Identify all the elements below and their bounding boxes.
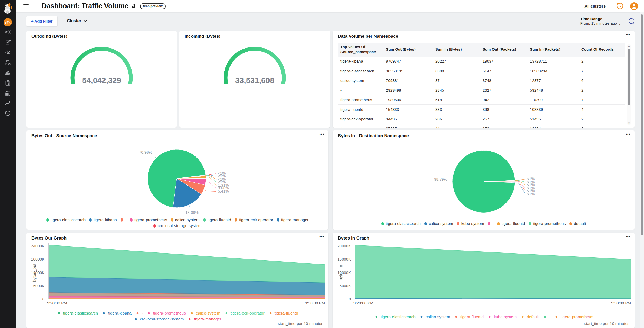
legend-item[interactable]: calico-system (424, 221, 453, 226)
legend-marker-icon (134, 318, 138, 320)
chart-label: 5.41% (218, 189, 229, 193)
panel-menu-button[interactable]: ••• (626, 32, 630, 37)
legend-item[interactable]: calico-system (189, 311, 220, 316)
sidebar-nav (0, 17, 16, 118)
history-icon (616, 2, 624, 10)
trending-icon (5, 100, 11, 106)
sidebar-item-network[interactable] (0, 58, 16, 68)
legend-item[interactable]: crc-local-storage-system (153, 223, 202, 228)
legend-item[interactable]: tigera-eck-operator (224, 311, 265, 316)
sidebar-item-trending[interactable] (0, 98, 16, 108)
legend-item[interactable]: calico-system (419, 315, 450, 319)
legend-item[interactable]: - (135, 311, 143, 316)
bytes-out-area-chart: bytes_out06000K12000K18000K24000K9:20:00… (26, 242, 328, 311)
user-menu-button[interactable] (630, 2, 638, 10)
sidebar-item-statistics[interactable] (0, 88, 16, 98)
legend-item[interactable]: default (520, 315, 539, 319)
panel-menu-button[interactable]: ••• (626, 132, 630, 136)
table-cell: 13728711 (527, 57, 579, 66)
table-row: tigera-eck-operator94495286257514952 (338, 114, 625, 124)
legend-dot-icon (130, 218, 133, 222)
legend-item[interactable]: - (121, 217, 126, 222)
table-cell: 709381 (383, 76, 433, 85)
chart-label: 70.98% (139, 150, 152, 154)
legend-item[interactable]: tigera-elasticsearch (46, 217, 86, 222)
time-range-control[interactable]: Time Range From: 15 minutes ago ⌄ (580, 17, 621, 25)
legend-item[interactable]: tigera-fluentd (203, 217, 231, 222)
scroll-up-icon[interactable]: ▲ (627, 45, 631, 47)
legend-item[interactable]: tigera-manager (277, 217, 308, 222)
time-range-value[interactable]: From: 15 minutes ago ⌄ (580, 21, 621, 25)
legend-item[interactable]: kube-system (457, 221, 484, 226)
history-button[interactable] (616, 2, 624, 10)
legend-label: tigera-fluentd (208, 217, 231, 222)
sidebar-item-dashboard[interactable] (0, 17, 16, 27)
table-cell: tigera-kibana (338, 57, 383, 66)
legend-item[interactable]: - (543, 315, 550, 319)
all-clusters-selector[interactable]: All clusters (584, 4, 606, 8)
sidebar-item-flow-visualizations[interactable] (0, 47, 16, 58)
sidebar-item-service-graph[interactable] (0, 27, 16, 37)
legend-marker-icon (487, 316, 492, 318)
sidebar-item-threat-defense[interactable] (0, 108, 16, 118)
refresh-button[interactable] (628, 18, 635, 24)
legend-item[interactable]: - (488, 221, 494, 226)
table-cell: tigera-elasticsearch (338, 66, 383, 76)
table-cell: 7 (579, 66, 625, 76)
gauge-value: 54,042,329 (82, 76, 121, 85)
panel-menu-button[interactable]: ••• (626, 234, 630, 238)
table-cell: 333 (433, 105, 480, 114)
legend-marker-icon (454, 316, 458, 318)
add-filter-button[interactable]: + Add Filter (26, 16, 57, 26)
table-scrollbar[interactable]: ▲ ▼ (627, 44, 631, 125)
legend-item[interactable]: tigera-kibana (102, 311, 132, 316)
legend-item[interactable]: tigera-fluentd (268, 311, 298, 316)
panel-menu-button[interactable]: ••• (319, 234, 324, 238)
calico-cat-logo[interactable] (3, 3, 13, 14)
dashboard-gauge-icon (3, 18, 12, 27)
legend-item[interactable]: default (569, 221, 586, 226)
legend-item[interactable]: tigera-prometheus (529, 221, 566, 226)
legend-label: calico-system (426, 315, 450, 319)
legend-item[interactable]: tigera-fluentd (497, 221, 525, 226)
legend-item[interactable]: tigera-eck-operator (235, 217, 273, 222)
legend-label: - (125, 217, 126, 222)
legend-item[interactable]: tigera-elasticsearch (381, 221, 420, 226)
legend-item[interactable]: tigera-elasticsearch (57, 311, 98, 316)
legend-item[interactable]: tigera-prometheus (147, 311, 186, 316)
legend-item[interactable]: crc-local-storage-system (134, 317, 184, 322)
cluster-filter-dropdown[interactable]: Cluster (67, 19, 87, 23)
legend-marker-icon (135, 312, 140, 315)
sidebar-item-policies[interactable] (0, 37, 16, 47)
page-scrollbar[interactable] (640, 12, 644, 328)
table-cell: 20227 (433, 57, 480, 66)
legend-dot-icon (153, 224, 156, 228)
area-band[interactable] (49, 245, 325, 283)
legend-item[interactable]: kube-system (487, 315, 517, 319)
legend-label: crc-local-storage-system (158, 223, 202, 228)
legend-item[interactable]: tigera-manager (187, 317, 221, 322)
legend-item[interactable]: tigera-fluentd (454, 315, 484, 319)
table-cell: 18909294 (527, 66, 579, 76)
legend-item[interactable]: tigera-kibana (89, 217, 117, 222)
table-cell: 2923498 (383, 85, 433, 95)
sidebar-item-compliance[interactable] (0, 78, 16, 88)
legend-item[interactable]: tigera-elasticsearch (374, 315, 415, 319)
legend-item[interactable]: calico-system (171, 217, 200, 222)
scroll-down-icon[interactable]: ▼ (627, 122, 631, 125)
page-scrollbar-thumb[interactable] (641, 14, 643, 235)
table-cell: 942 (480, 95, 527, 105)
hamburger-menu-icon[interactable] (23, 4, 29, 8)
panel-menu-button[interactable]: ••• (319, 132, 324, 136)
sidebar-item-managed-clusters[interactable] (0, 68, 16, 78)
legend-item[interactable]: tigera-prometheus (130, 217, 167, 222)
area-band[interactable] (355, 245, 631, 299)
namespace-table: Top Values Of Source_namespaceSum Out (B… (338, 43, 625, 128)
chart-label: <1% (527, 192, 535, 196)
y-axis-ticks: 05000K10000K15000K20000K (333, 243, 353, 299)
table-cell: - (338, 85, 383, 95)
table-cell: 12377 (527, 76, 579, 85)
table-scrollbar-thumb[interactable] (628, 49, 630, 105)
legend-item[interactable]: tigera-prometheus (554, 315, 593, 319)
legend-marker-icon (224, 312, 229, 315)
